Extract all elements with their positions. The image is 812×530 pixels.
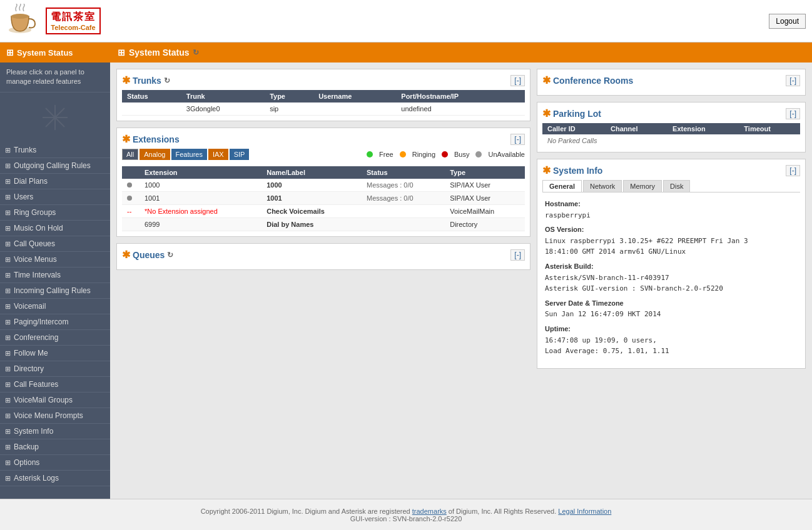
filter-sip-button[interactable]: SIP [230,149,250,160]
sidebar-item-system-info[interactable]: System Info [0,424,110,439]
conference-rooms-label[interactable]: Conference Rooms [553,76,633,86]
filter-iax-button[interactable]: IAX [208,149,228,160]
status-legend: Free Ringing Busy UnAvailable [367,151,525,158]
sidebar-item-trunks[interactable]: Trunks [0,142,110,158]
queues-refresh-icon[interactable]: ↻ [167,251,173,259]
trademarks-link[interactable]: trademarks [412,508,447,515]
ringing-dot [400,151,406,158]
legal-info-link[interactable]: Legal Information [558,508,611,515]
extensions-label[interactable]: Extensions [133,134,180,144]
extensions-table: Extension Name/Label Status Type 1000 10… [122,166,525,231]
sidebar-item-dial-plans[interactable]: Dial Plans [0,174,110,189]
tab-general[interactable]: General [542,180,582,192]
content-title: System Status [129,48,189,58]
ext-dot-cell-2: -- [122,205,140,218]
hostname-value: raspberrypi [545,210,798,221]
trunks-col-hostname: Port/Hostname/IP [396,90,525,102]
filter-features-button[interactable]: Features [171,149,207,160]
sidebar-label-time-intervals: Time Intervals [14,271,61,279]
ext-type-1: SIP/IAX User [445,192,525,205]
conference-rooms-title-row: ✱ Conference Rooms [-] [542,74,800,86]
sidebar-item-follow-me[interactable]: Follow Me [0,346,110,361]
queues-label[interactable]: Queues [133,250,165,260]
trunks-label[interactable]: Trunks [133,76,161,86]
queues-asterisk: ✱ [122,249,130,261]
parking-lot-panel: ✱ Parking Lot [-] Caller ID Channel Exte… [537,102,806,152]
sidebar-item-time-intervals[interactable]: Time Intervals [0,268,110,283]
grid-icon-ring-groups [5,208,11,217]
sidebar-item-paging-intercom[interactable]: Paging/Intercom [0,314,110,330]
grid-icon-paging-intercom [5,318,11,326]
uptime-label: Uptime: [545,324,798,335]
refresh-icon[interactable]: ↻ [193,48,199,57]
ext-name-3: Dial by Names [261,218,362,231]
trunks-refresh-icon[interactable]: ↻ [164,76,170,85]
sidebar-item-directory[interactable]: Directory [0,361,110,377]
parking-lot-title: ✱ Parking Lot [542,108,601,119]
sidebar-item-options[interactable]: Options [0,455,110,471]
ext-dot-cell-0 [122,179,140,192]
sidebar-item-asterisk-logs[interactable]: Asterisk Logs [0,471,110,486]
ext-status-3 [362,218,445,231]
sidebar-item-voice-menu-prompts[interactable]: Voice Menu Prompts [0,408,110,424]
ext-type-3: Directory [445,218,525,231]
sidebar-item-outgoing-calling-rules[interactable]: Outgoing Calling Rules [0,158,110,174]
system-info-label[interactable]: System Info [553,166,602,176]
filter-all-button[interactable]: All [122,149,138,160]
ext-type-2: VoiceMailMain [445,205,525,218]
extensions-panel: ✱ Extensions [-] All Analog Features IAX… [116,128,530,237]
logo-english-text: Telecom-Cafe [51,24,96,31]
sidebar-item-voice-menus[interactable]: Voice Menus [0,252,110,268]
trunks-collapse-button[interactable]: [-] [510,75,525,86]
extensions-filter-buttons: All Analog Features IAX SIP [122,149,249,160]
sidebar-item-users[interactable]: Users [0,189,110,205]
queues-collapse-button[interactable]: [-] [510,249,525,261]
parking-lot-label[interactable]: Parking Lot [553,109,601,119]
parking-collapse-button[interactable]: [-] [786,108,800,119]
free-dot [367,151,373,158]
sidebar-label-incoming-calling-rules: Incoming Calling Rules [14,286,91,295]
parking-table: Caller ID Channel Extension Timeout [542,123,800,134]
ext-col-dot [122,166,140,179]
ext-dot-0 [127,182,132,188]
extensions-row: -- *No Extension assigned Check Voicemai… [122,205,525,218]
trunks-title: ✱ Trunks ↻ [122,74,170,86]
grid-icon-voice-menus [5,255,11,264]
grid-icon-header: ⊞ [6,48,14,58]
sidebar-item-music-on-hold[interactable]: Music On Hold [0,221,110,236]
sidebar-item-call-features[interactable]: Call Features [0,377,110,392]
sidebar-item-ring-groups[interactable]: Ring Groups [0,205,110,221]
sidebar-item-backup[interactable]: Backup [0,439,110,455]
content-body: ✱ Trunks ↻ [-] Status Trunk Type [110,62,812,375]
extensions-row: 6999 Dial by Names Directory [122,218,525,231]
trunk-type: sip [265,102,313,116]
no-ext-label: *No Extension assigned [145,208,218,215]
sidebar-label-voice-menu-prompts: Voice Menu Prompts [14,411,83,420]
extensions-collapse-button[interactable]: [-] [510,134,525,145]
sidebar-item-incoming-calling-rules[interactable]: Incoming Calling Rules [0,283,110,299]
tab-memory[interactable]: Memory [623,180,662,192]
logout-button[interactable]: Logout [769,14,806,29]
sysinfo-collapse-button[interactable]: [-] [786,165,800,176]
ext-dot-1 [127,196,132,201]
date-value: Sun Jan 12 16:47:09 HKT 2014 [545,309,798,320]
system-info-title: ✱ System Info [542,164,602,176]
sidebar-item-voicemail-groups[interactable]: VoiceMail Groups [0,392,110,408]
sidebar-item-call-queues[interactable]: Call Queues [0,236,110,252]
ext-col-namelabel: Name/Label [261,166,362,179]
tab-network[interactable]: Network [583,180,622,192]
tab-disk[interactable]: Disk [663,180,690,192]
sidebar-label-voicemail-groups: VoiceMail Groups [14,396,73,404]
sidebar-label-system-info: System Info [14,427,53,436]
filter-analog-button[interactable]: Analog [140,149,170,160]
queues-panel: ✱ Queues ↻ [-] [116,243,530,270]
conf-collapse-button[interactable]: [-] [786,75,800,86]
parking-asterisk: ✱ [542,108,551,119]
sidebar-item-conferencing[interactable]: Conferencing [0,330,110,346]
ext-status-2 [362,205,445,218]
sidebar-label-call-queues: Call Queues [14,239,55,248]
ext-name-1: 1001 [261,192,362,205]
sidebar-item-voicemail[interactable]: Voicemail [0,299,110,314]
trunk-username [313,102,396,116]
grid-icon-users [5,192,11,201]
